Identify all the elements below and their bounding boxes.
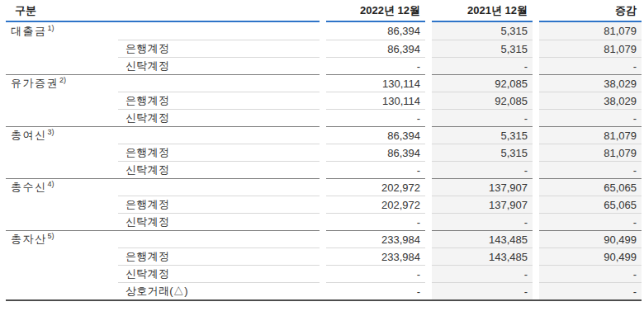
table-row: 신탁계정--- (6, 57, 642, 74)
value-2021-12: - (432, 161, 533, 178)
table-row: 은행계정233,984143,48590,499 (6, 248, 642, 265)
table-row: 총자산5)233,984143,48590,499 (6, 230, 642, 248)
row-label-group: 대출금1) (6, 22, 320, 40)
value-2021-12: 137,907 (432, 178, 533, 196)
value-2021-12: - (432, 109, 533, 126)
value-2022-12: - (326, 57, 425, 74)
value-2022-12: 130,114 (326, 74, 425, 92)
table-row: 총수신4)202,972137,90765,065 (6, 178, 642, 196)
value-2021-12: 5,315 (432, 40, 533, 57)
row-label-sub: 상호거래(△) (6, 282, 320, 299)
row-label-sub: 신탁계정 (6, 161, 320, 178)
value-2022-12: 202,972 (326, 178, 425, 196)
table-row: 신탁계정--- (6, 161, 642, 178)
value-change: 81,079 (539, 126, 642, 144)
value-2022-12: - (326, 109, 425, 126)
row-label-sub: 은행계정 (6, 196, 320, 213)
row-label-group: 총자산5) (6, 230, 320, 248)
value-2022-12: - (326, 265, 425, 282)
footnote-marker: 2) (59, 76, 66, 84)
row-label-group: 유가증권2) (6, 74, 320, 92)
value-2022-12: 233,984 (326, 248, 425, 265)
value-2021-12: 137,907 (432, 196, 533, 213)
value-2022-12: 202,972 (326, 196, 425, 213)
value-2022-12: 86,394 (326, 144, 425, 161)
value-change: - (539, 213, 642, 230)
row-label-sub: 은행계정 (6, 40, 320, 57)
table-row: 은행계정86,3945,31581,079 (6, 144, 642, 161)
row-label-sub: 신탁계정 (6, 57, 320, 74)
value-change: 81,079 (539, 22, 642, 40)
table-row: 신탁계정--- (6, 213, 642, 230)
value-change: 81,079 (539, 144, 642, 161)
row-label-group: 총수신4) (6, 178, 320, 196)
table-row: 상호거래(△)--- (6, 282, 642, 299)
table-row: 은행계정202,972137,90765,065 (6, 196, 642, 213)
value-2021-12: 5,315 (432, 144, 533, 161)
value-2021-12: 143,485 (432, 248, 533, 265)
value-change: 90,499 (539, 230, 642, 248)
table-row: 유가증권2)130,11492,08538,029 (6, 74, 642, 92)
row-label-sub: 신탁계정 (6, 109, 320, 126)
value-2021-12: 5,315 (432, 126, 533, 144)
row-label-sub: 은행계정 (6, 144, 320, 161)
value-change: - (539, 265, 642, 282)
value-change: 81,079 (539, 40, 642, 57)
table-row: 총여신3)86,3945,31581,079 (6, 126, 642, 144)
value-2022-12: 233,984 (326, 230, 425, 248)
table-header-row: 구분 2022년 12월 2021년 12월 증감 (6, 0, 642, 22)
table-bottom-border (6, 299, 642, 301)
value-2021-12: 92,085 (432, 92, 533, 109)
row-label-sub: 은행계정 (6, 92, 320, 109)
footnote-marker: 5) (48, 232, 54, 240)
value-2021-12: - (432, 213, 533, 230)
value-2021-12: - (432, 282, 533, 299)
value-2022-12: - (326, 282, 425, 299)
value-change: - (539, 161, 642, 178)
value-2021-12: 92,085 (432, 74, 533, 92)
footnote-marker: 3) (48, 128, 54, 136)
value-2022-12: 86,394 (326, 22, 425, 40)
value-2022-12: - (326, 213, 425, 230)
footnote-marker: 1) (48, 24, 54, 32)
value-change: 90,499 (539, 248, 642, 265)
value-2022-12: 86,394 (326, 126, 425, 144)
column-header-change: 증감 (539, 0, 642, 22)
value-change: - (539, 282, 642, 299)
table-body: 대출금1)86,3945,31581,079은행계정86,3945,31581,… (6, 22, 642, 299)
table-row: 대출금1)86,3945,31581,079 (6, 22, 642, 40)
value-change: 65,065 (539, 196, 642, 213)
value-2021-12: 5,315 (432, 22, 533, 40)
value-2022-12: - (326, 161, 425, 178)
row-label-group: 총여신3) (6, 126, 320, 144)
row-label-sub: 은행계정 (6, 248, 320, 265)
column-header-category: 구분 (6, 0, 320, 22)
value-2021-12: 143,485 (432, 230, 533, 248)
value-2022-12: 86,394 (326, 40, 425, 57)
column-header-2022-12: 2022년 12월 (326, 0, 425, 22)
value-change: 65,065 (539, 178, 642, 196)
value-2021-12: - (432, 265, 533, 282)
column-header-2021-12: 2021년 12월 (432, 0, 533, 22)
table-row: 신탁계정--- (6, 265, 642, 282)
financial-summary-table: 구분 2022년 12월 2021년 12월 증감 대출금1)86,3945,3… (6, 0, 642, 301)
footnote-marker: 4) (48, 180, 54, 188)
value-2021-12: - (432, 57, 533, 74)
table-row: 신탁계정--- (6, 109, 642, 126)
table-row: 은행계정86,3945,31581,079 (6, 40, 642, 57)
row-label-sub: 신탁계정 (6, 265, 320, 282)
row-label-sub: 신탁계정 (6, 213, 320, 230)
value-change: - (539, 109, 642, 126)
table-row: 은행계정130,11492,08538,029 (6, 92, 642, 109)
value-2022-12: 130,114 (326, 92, 425, 109)
value-change: 38,029 (539, 92, 642, 109)
value-change: 38,029 (539, 74, 642, 92)
financial-summary-table-page: 구분 2022년 12월 2021년 12월 증감 대출금1)86,3945,3… (0, 0, 644, 330)
value-change: - (539, 57, 642, 74)
